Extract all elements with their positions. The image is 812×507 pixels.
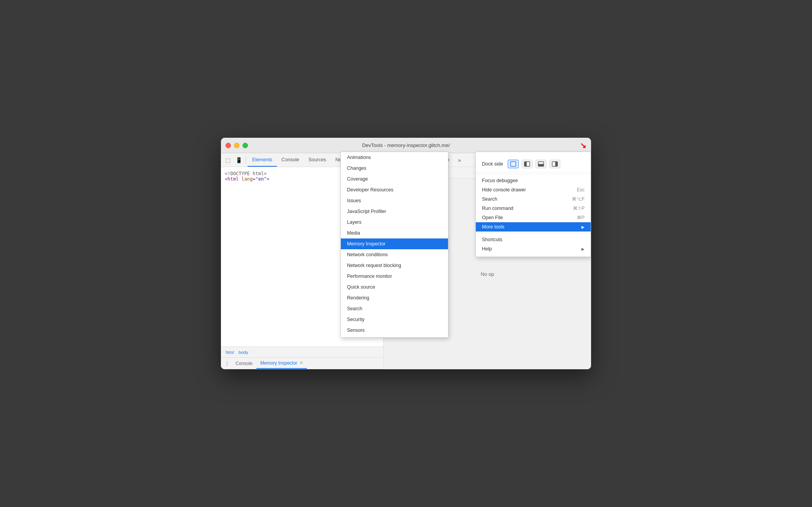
menu-item-memory-inspector[interactable]: Memory Inspector <box>341 238 448 249</box>
menu-item-issues[interactable]: Issues <box>341 195 448 206</box>
svg-rect-6 <box>555 162 558 166</box>
menu-item-network-conditions[interactable]: Network conditions <box>341 249 448 260</box>
toolbar-divider <box>246 156 246 164</box>
undock-icon <box>510 161 516 167</box>
breadcrumb-bar: html body <box>221 346 383 357</box>
menu-item-media[interactable]: Media <box>341 228 448 238</box>
menu-item-rendering[interactable]: Rendering <box>341 292 448 303</box>
dock-side-label: Dock side <box>482 161 503 167</box>
settings-divider-1 <box>476 174 591 174</box>
menu-item-layers[interactable]: Layers <box>341 217 448 228</box>
settings-row-open-file[interactable]: Open File ⌘P <box>476 213 591 222</box>
close-drawer-tab-btn[interactable]: ✕ <box>300 360 303 365</box>
drawer-tab-console[interactable]: Console <box>232 358 256 369</box>
svg-rect-2 <box>524 162 527 166</box>
traffic-lights <box>226 143 248 148</box>
dock-btn-right[interactable] <box>549 160 560 168</box>
no-op-text: No op <box>481 271 494 277</box>
title-bar-right: ↘ <box>580 141 586 150</box>
svg-rect-0 <box>510 162 516 166</box>
svg-rect-4 <box>538 164 544 166</box>
settings-row-shortcuts[interactable]: Shortcuts <box>476 235 591 244</box>
menu-item-changes[interactable]: Changes <box>341 163 448 174</box>
breadcrumb-html[interactable]: html <box>224 349 236 355</box>
dock-left-icon <box>524 161 530 167</box>
dock-btn-bottom[interactable] <box>536 160 546 168</box>
settings-row-help[interactable]: Help <box>476 244 591 254</box>
dock-right-icon <box>552 161 558 167</box>
console-drawer: ⋮ Console Memory Inspector ✕ <box>221 357 383 369</box>
tab-elements[interactable]: Elements <box>248 153 277 167</box>
menu-item-performance-monitor[interactable]: Performance monitor <box>341 271 448 282</box>
settings-divider-2 <box>476 233 591 233</box>
menu-item-sensors[interactable]: Sensors <box>341 325 448 336</box>
menu-item-quick-source[interactable]: Quick source <box>341 282 448 292</box>
dock-btn-left[interactable] <box>522 160 532 168</box>
dock-side-section: Dock side <box>476 157 591 172</box>
menu-item-search[interactable]: Search <box>341 303 448 314</box>
menu-item-security[interactable]: Security <box>341 314 448 325</box>
drawer-menu-icon[interactable]: ⋮ <box>222 359 232 368</box>
drawer-tabs: ⋮ Console Memory Inspector ✕ <box>221 358 383 369</box>
settings-row-more-tools[interactable]: More tools <box>476 222 591 232</box>
drawer-tab-memory-inspector[interactable]: Memory Inspector ✕ <box>256 358 307 369</box>
close-button[interactable] <box>226 143 231 148</box>
menu-item-animations[interactable]: Animations <box>341 152 448 163</box>
menu-item-coverage[interactable]: Coverage <box>341 174 448 184</box>
tab-console[interactable]: Console <box>277 153 304 167</box>
tab-sources[interactable]: Sources <box>304 153 331 167</box>
settings-row-search[interactable]: Search ⌘⌥F <box>476 194 591 204</box>
title-bar: DevTools - memory-inspector.glitch.me/ ↘ <box>221 138 591 153</box>
menu-item-network-request-blocking[interactable]: Network request blocking <box>341 260 448 271</box>
dock-btn-undock[interactable] <box>508 160 519 168</box>
settings-row-hide-console-drawer[interactable]: Hide console drawer Esc <box>476 185 591 194</box>
cursor-icon-btn[interactable]: ⬚ <box>222 155 233 166</box>
html-tag: <html <box>225 176 241 182</box>
dock-bottom-icon <box>538 161 544 167</box>
menu-item-webaudio[interactable]: WebAudio <box>341 336 448 337</box>
maximize-button[interactable] <box>243 143 248 148</box>
settings-row-focus-debuggee[interactable]: Focus debuggee <box>476 176 591 185</box>
settings-row-run-command[interactable]: Run command ⌘⇧P <box>476 204 591 213</box>
settings-panel[interactable]: Dock side <box>475 152 591 257</box>
breadcrumb-body[interactable]: body <box>237 349 250 355</box>
devtools-window: DevTools - memory-inspector.glitch.me/ ↘… <box>221 138 591 369</box>
device-icon-btn[interactable]: 📱 <box>233 155 244 166</box>
arrow-icon: ↘ <box>580 141 586 150</box>
menu-item-developer-resources[interactable]: Developer Resources <box>341 184 448 195</box>
window-title: DevTools - memory-inspector.glitch.me/ <box>362 142 450 148</box>
minimize-button[interactable] <box>234 143 239 148</box>
doctype-text: <!DOCTYPE html> <box>225 171 266 176</box>
menu-item-javascript-profiler[interactable]: JavaScript Profiler <box>341 206 448 217</box>
more-tabs-btn[interactable]: » <box>454 155 465 166</box>
more-tools-menu[interactable]: Animations Changes Coverage Developer Re… <box>340 152 448 338</box>
